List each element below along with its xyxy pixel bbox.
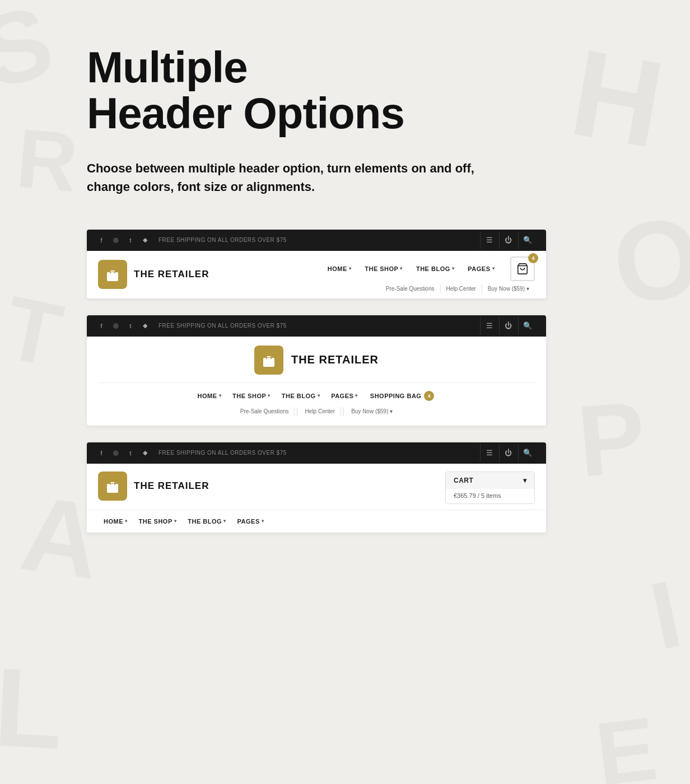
header-variant-3: f ◎ t ◆ FREE SHIPPING ON ALL ORDERS OVER… (87, 442, 546, 533)
nav-buy-1[interactable]: Buy Now ($59) ▾ (482, 284, 535, 293)
menu-icon-1[interactable]: ☰ (480, 231, 498, 249)
svg-rect-8 (110, 483, 111, 485)
logo-text-2: THE RETAILER (291, 353, 379, 366)
logo-icon-3 (98, 472, 127, 501)
svg-rect-5 (266, 357, 267, 359)
logo-icon-2 (254, 346, 283, 375)
cart-dropdown-3: CART ▾ €365.79 / 5 items (445, 472, 535, 504)
topbar-left-2: f ◎ t ◆ FREE SHIPPING ON ALL ORDERS OVER… (97, 321, 287, 330)
h3-nav-row: HOME ▾ THE SHOP ▾ THE BLOG ▾ PAGES ▾ (87, 510, 546, 533)
h1-main-area: THE RETAILER HOME ▾ THE SHOP ▾ THE BLOG … (87, 251, 546, 298)
power-icon-2[interactable]: ⏻ (499, 317, 517, 335)
logo-icon-1 (98, 260, 127, 289)
nav-shop-2[interactable]: THE SHOP ▾ (227, 390, 276, 402)
nav-blog-1[interactable]: THE BLOG ▾ (411, 263, 460, 274)
topbar-2: f ◎ t ◆ FREE SHIPPING ON ALL ORDERS OVER… (87, 315, 546, 337)
twitter-icon-3[interactable]: t (126, 449, 135, 458)
messenger-icon[interactable]: ◎ (111, 236, 120, 245)
bag-logo-svg-2 (261, 352, 277, 368)
power-icon-1[interactable]: ⏻ (499, 231, 517, 249)
topbar-right-2: ☰ ⏻ 🔍 (480, 317, 536, 335)
menu-icon-3[interactable]: ☰ (480, 444, 498, 462)
shipping-notice-3: FREE SHIPPING ON ALL ORDERS OVER $75 (158, 450, 287, 456)
nav-help-1[interactable]: Help Center (441, 284, 482, 293)
h2-logo-row: THE RETAILER (254, 346, 379, 375)
bg-letter: L (0, 642, 66, 774)
messenger-icon-2[interactable]: ◎ (111, 321, 120, 330)
page-subtitle: Choose between multiple header option, t… (87, 159, 479, 196)
instagram-icon[interactable]: ◆ (141, 236, 150, 245)
shopping-bag-button[interactable]: SHOPPING BAG 4 (363, 389, 441, 403)
nav-blog-2[interactable]: THE BLOG ▾ (276, 390, 325, 402)
facebook-icon[interactable]: f (97, 236, 106, 245)
topbar-left-3: f ◎ t ◆ FREE SHIPPING ON ALL ORDERS OVER… (97, 449, 287, 458)
instagram-icon-2[interactable]: ◆ (141, 321, 150, 330)
messenger-icon-3[interactable]: ◎ (111, 449, 120, 458)
nav-shop-1[interactable]: THE SHOP ▾ (359, 263, 408, 274)
chevron-buy-1: ▾ (526, 286, 529, 292)
nav-pages-2[interactable]: PAGES ▾ (325, 390, 363, 402)
bag-logo-svg-3 (105, 478, 120, 494)
nav-blog-3[interactable]: THE BLOG ▾ (182, 516, 231, 527)
h1-nav-bottom-row: Pre-Sale Questions Help Center Buy Now (… (380, 284, 535, 293)
h2-nav-row: HOME ▾ THE SHOP ▾ THE BLOG ▾ PAGES ▾ SHO… (98, 382, 535, 403)
cart-badge-1: 4 (528, 253, 538, 263)
topbar-3: f ◎ t ◆ FREE SHIPPING ON ALL ORDERS OVER… (87, 442, 546, 464)
nav-help-2[interactable]: Help Center (300, 407, 341, 416)
search-icon-3[interactable]: 🔍 (518, 444, 536, 462)
chevron-pages-3: ▾ (262, 519, 264, 524)
cart-dropdown-header[interactable]: CART ▾ (446, 472, 534, 489)
h3-main-area: THE RETAILER CART ▾ €365.79 / 5 items (87, 464, 546, 510)
cart-icon-1 (516, 263, 529, 275)
chevron-home-1: ▾ (349, 266, 352, 271)
chevron-buy-2: ▾ (390, 408, 393, 414)
svg-rect-2 (114, 271, 115, 273)
cart-amount: €365.79 / 5 items (454, 492, 501, 499)
logo-text-3: THE RETAILER (134, 480, 209, 492)
topbar-right-3: ☰ ⏻ 🔍 (480, 444, 536, 462)
page-title: Multiple Header Options (87, 45, 634, 137)
cart-button-1[interactable]: 4 (510, 256, 535, 281)
h1-nav-top-row: HOME ▾ THE SHOP ▾ THE BLOG ▾ PAGES ▾ 4 (322, 256, 535, 281)
nav-home-1[interactable]: HOME ▾ (322, 263, 357, 274)
power-icon-3[interactable]: ⏻ (499, 444, 517, 462)
chevron-blog-3: ▾ (223, 519, 226, 524)
twitter-icon[interactable]: t (126, 236, 135, 245)
cart-label: CART (454, 477, 473, 484)
chevron-home-2: ▾ (219, 393, 222, 398)
instagram-icon-3[interactable]: ◆ (141, 449, 150, 458)
cart-chevron: ▾ (523, 477, 527, 484)
svg-rect-4 (263, 358, 274, 367)
header-variant-2: f ◎ t ◆ FREE SHIPPING ON ALL ORDERS OVER… (87, 315, 546, 426)
chevron-shop-3: ▾ (174, 519, 177, 524)
h2-sub-row: Pre-Sale Questions | Help Center | Buy N… (235, 403, 399, 422)
nav-home-3[interactable]: HOME ▾ (98, 516, 133, 527)
main-content: Multiple Header Options Choose between m… (0, 0, 690, 594)
nav-home-2[interactable]: HOME ▾ (192, 390, 227, 402)
search-icon-2[interactable]: 🔍 (518, 317, 536, 335)
logo-area-1: THE RETAILER (98, 260, 209, 289)
facebook-icon-2[interactable]: f (97, 321, 106, 330)
chevron-shop-2: ▾ (268, 393, 271, 398)
nav-pages-1[interactable]: PAGES ▾ (462, 263, 500, 274)
topbar-1: f ◎ t ◆ FREE SHIPPING ON ALL ORDERS OVER… (87, 230, 546, 251)
menu-icon-2[interactable]: ☰ (480, 317, 498, 335)
facebook-icon-3[interactable]: f (97, 449, 106, 458)
nav-pages-3[interactable]: PAGES ▾ (232, 516, 270, 527)
twitter-icon-2[interactable]: t (126, 321, 135, 330)
svg-rect-9 (114, 483, 115, 485)
nav-pre-sale-2[interactable]: Pre-Sale Questions (235, 407, 295, 416)
shipping-notice-2: FREE SHIPPING ON ALL ORDERS OVER $75 (158, 323, 287, 329)
chevron-home-3: ▾ (125, 519, 128, 524)
chevron-shop-1: ▾ (400, 266, 403, 271)
nav-buy-2[interactable]: Buy Now ($59) ▾ (346, 407, 398, 416)
bg-letter: E (590, 697, 662, 784)
nav-pre-sale-1[interactable]: Pre-Sale Questions (380, 284, 441, 293)
search-icon-1[interactable]: 🔍 (518, 231, 536, 249)
chevron-blog-2: ▾ (318, 393, 320, 398)
logo-area-3: THE RETAILER (98, 472, 209, 501)
nav-shop-3[interactable]: THE SHOP ▾ (133, 516, 183, 527)
bag-logo-svg-1 (105, 267, 120, 282)
svg-rect-1 (110, 271, 111, 273)
topbar-right-1: ☰ ⏻ 🔍 (480, 231, 536, 249)
